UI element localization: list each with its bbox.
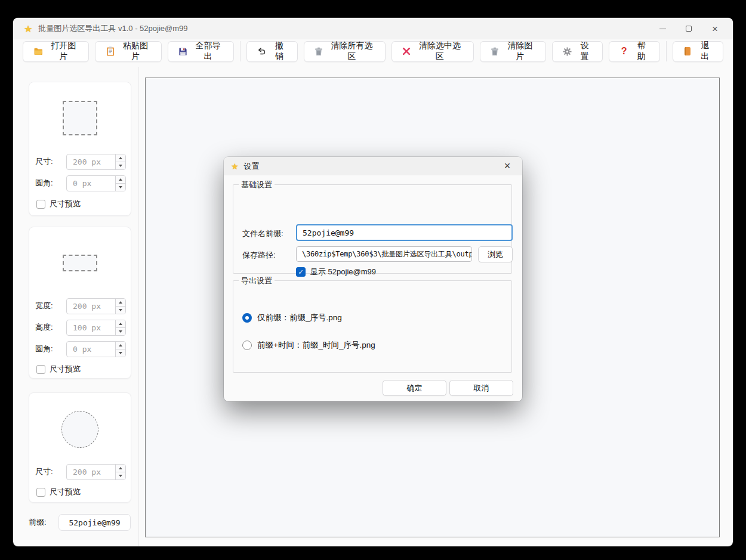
clear-image-button[interactable]: 清除图片 [480, 41, 546, 62]
browse-button[interactable]: 浏览 [478, 246, 513, 262]
square-selection-panel: 尺寸: 200 px 圆角: 0 px [29, 82, 131, 216]
save-path-label: 保存路径: [242, 250, 276, 261]
spinner [115, 176, 125, 191]
spinner-down-button[interactable] [116, 349, 125, 357]
export-settings-group: 导出设置 仅前缀：前缀_序号.png 前缀+时间：前缀_时间_序号.png [233, 280, 512, 373]
settings-dialog: ★ 设置 × 基础设置 文件名前缀: 52pojie@m99 保存路径: \36… [224, 157, 522, 401]
rect-height-input[interactable]: 100 px [66, 320, 126, 336]
square-size-input[interactable]: 200 px [66, 154, 126, 170]
settings-button[interactable]: 设置 [552, 41, 603, 62]
cancel-button[interactable]: 取消 [449, 380, 513, 396]
spinner-up-button[interactable] [116, 465, 125, 472]
checkbox-unchecked-icon [36, 488, 45, 497]
basic-settings-group: 基础设置 文件名前缀: 52pojie@m99 保存路径: \360zip$Te… [233, 184, 512, 274]
export-settings-group-title: 导出设置 [239, 276, 275, 286]
rect-size-preview-checkbox[interactable]: 尺寸预览 [36, 364, 81, 375]
circle-size-input[interactable]: 200 px [66, 464, 126, 480]
spinner [115, 465, 125, 479]
square-radius-input[interactable]: 0 px [66, 175, 126, 191]
clear-all-selections-button[interactable]: 清除所有选区 [304, 41, 386, 62]
toolbar-button-label: 退出 [697, 41, 713, 62]
save-icon [178, 47, 187, 56]
basic-settings-group-title: 基础设置 [239, 180, 275, 190]
export-all-button[interactable]: 全部导出 [168, 41, 234, 62]
radio-prefix-time[interactable]: 前缀+时间：前缀_时间_序号.png [242, 340, 375, 351]
x-icon [402, 47, 411, 56]
spinner-up-button[interactable] [116, 342, 125, 349]
prefix-row: 前缀: 52pojie@m99 [29, 513, 131, 531]
exit-icon [683, 47, 692, 56]
rectangle-selection-preview [63, 255, 97, 271]
close-button[interactable]: × [702, 20, 728, 38]
spinner-up-button[interactable] [116, 176, 125, 184]
toolbar-separator [240, 41, 241, 61]
radio-selected-icon [242, 313, 252, 323]
dialog-close-button[interactable]: × [500, 159, 515, 174]
rectangle-selection-panel: 宽度: 200 px 高度: 100 px [29, 227, 131, 379]
save-path-input[interactable]: \360zip$Temp\360$3\批量图片选区导出工具\output [296, 246, 472, 262]
show-prefix-checkbox[interactable]: ✓ 显示 52pojie@m99 [296, 267, 376, 277]
maximize-button[interactable] [676, 20, 702, 38]
rect-radius-value: 0 px [67, 345, 115, 354]
circle-size-preview-checkbox[interactable]: 尺寸预览 [36, 487, 81, 497]
paste-image-button[interactable]: 粘贴图片 [95, 41, 161, 62]
filename-prefix-value: 52pojie@m99 [303, 228, 354, 237]
open-image-button[interactable]: 打开图片 [23, 41, 89, 62]
square-selection-preview [63, 101, 97, 135]
spinner-down-button[interactable] [116, 162, 125, 169]
app-star-icon: ★ [24, 23, 32, 35]
spinner-down-button[interactable] [116, 307, 125, 314]
width-label: 宽度: [35, 301, 60, 311]
filename-prefix-input[interactable]: 52pojie@m99 [296, 224, 513, 241]
toolbar-separator [666, 41, 667, 61]
toolbar-button-label: 粘贴图片 [120, 41, 151, 62]
save-path-value: \360zip$Temp\360$3\批量图片选区导出工具\output [302, 249, 472, 259]
dialog-titlebar[interactable]: ★ 设置 × [224, 157, 522, 175]
ok-button[interactable]: 确定 [383, 380, 446, 396]
toolbar: 打开图片 粘贴图片 全部导出 撤销 清除所有选区 [13, 39, 733, 67]
radio-prefix-only[interactable]: 仅前缀：前缀_序号.png [242, 313, 342, 323]
undo-button[interactable]: 撤销 [246, 41, 297, 62]
rect-radius-input[interactable]: 0 px [66, 341, 126, 357]
square-radius-value: 0 px [67, 179, 115, 188]
spinner [115, 342, 125, 357]
toolbar-button-label: 全部导出 [193, 41, 223, 62]
folder-icon [33, 47, 43, 56]
trash-icon [315, 47, 323, 56]
square-size-preview-checkbox[interactable]: 尺寸预览 [36, 199, 81, 209]
maximize-icon [686, 26, 692, 32]
spinner-down-button[interactable] [116, 472, 125, 479]
toolbar-button-label: 帮助 [634, 41, 649, 62]
minimize-icon [659, 29, 666, 29]
exit-button[interactable]: 退出 [673, 41, 723, 62]
checkbox-checked-icon: ✓ [296, 267, 306, 277]
size-label: 尺寸: [35, 466, 60, 477]
prefix-value: 52pojie@m99 [69, 518, 120, 527]
spinner-up-button[interactable] [116, 299, 125, 307]
rect-width-input[interactable]: 200 px [66, 298, 126, 314]
clear-selected-selection-button[interactable]: 清除选中选区 [392, 41, 474, 62]
spinner-down-button[interactable] [116, 328, 125, 335]
spinner [115, 299, 125, 314]
titlebar[interactable]: ★ 批量图片选区导出工具 v1.0 - 52pojie@m99 × [13, 18, 733, 39]
toolbar-button-label: 清除选中选区 [417, 41, 463, 62]
toolbar-button-label: 打开图片 [48, 41, 78, 62]
toolbar-button-label: 清除图片 [504, 41, 535, 62]
circle-selection-panel: 尺寸: 200 px 尺寸预览 [29, 392, 131, 503]
toolbar-button-label: 设置 [577, 41, 592, 62]
help-button[interactable]: ? 帮助 [609, 41, 659, 62]
spinner-up-button[interactable] [116, 154, 125, 162]
spinner [115, 320, 125, 335]
sidebar: 尺寸: 200 px 圆角: 0 px [13, 67, 139, 546]
gear-icon [563, 47, 572, 56]
spinner-up-button[interactable] [116, 320, 125, 328]
prefix-input[interactable]: 52pojie@m99 [58, 514, 131, 531]
dialog-title: 设置 [244, 161, 260, 172]
rect-width-value: 200 px [67, 302, 115, 311]
undo-icon [257, 47, 266, 56]
minimize-button[interactable] [649, 20, 676, 38]
window-title: 批量图片选区导出工具 v1.0 - 52pojie@m99 [38, 23, 187, 34]
spinner-down-button[interactable] [116, 184, 125, 191]
radio-unselected-icon [242, 341, 252, 350]
toolbar-button-label: 撤销 [272, 41, 286, 62]
